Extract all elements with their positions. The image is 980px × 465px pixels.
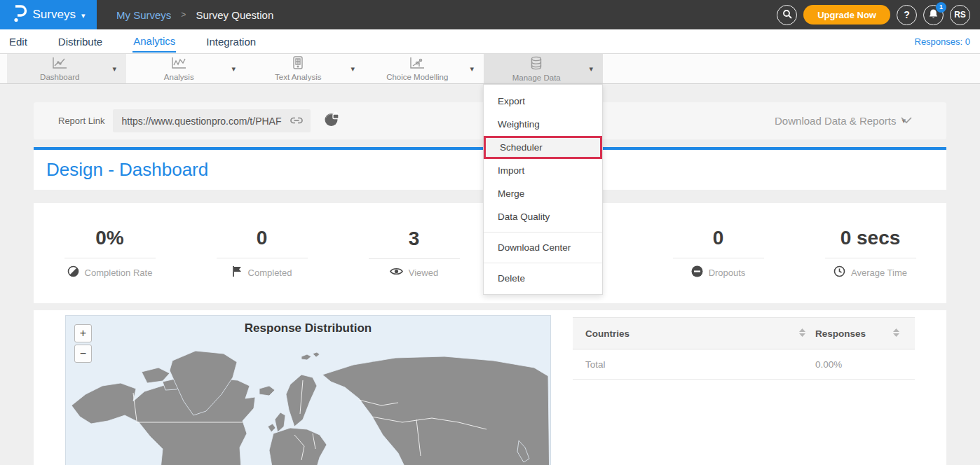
report-url-value[interactable]: https://www.questionpro.com/t/PHAF bbox=[121, 116, 290, 127]
map-title: Response Distribution bbox=[66, 321, 550, 335]
map-zoom-out-button[interactable]: − bbox=[74, 345, 92, 363]
minus-circle-icon bbox=[691, 265, 703, 280]
report-url-field[interactable]: https://www.questionpro.com/t/PHAF bbox=[113, 109, 311, 132]
chevron-down-icon[interactable]: ▾ bbox=[470, 64, 474, 74]
sort-icon[interactable] bbox=[893, 327, 899, 340]
menu-item-scheduler[interactable]: Scheduler bbox=[484, 136, 602, 159]
download-data-reports-dropdown[interactable]: Download Data & Reports ▾ bbox=[775, 115, 906, 127]
tab-analysis[interactable]: Analysis ▾ bbox=[126, 54, 245, 83]
tab-dashboard[interactable]: Dashboard ▾ bbox=[7, 54, 126, 83]
stat-dropouts: 0 Dropouts bbox=[642, 203, 794, 303]
divider bbox=[825, 258, 916, 258]
stat-label: Average Time bbox=[851, 268, 907, 278]
tab-label: Choice Modelling bbox=[386, 73, 448, 81]
database-icon bbox=[529, 56, 543, 73]
stat-value: 0 bbox=[713, 227, 724, 249]
row-responses: 0.00% bbox=[815, 359, 842, 370]
divider bbox=[673, 258, 764, 258]
world-map[interactable] bbox=[66, 316, 551, 465]
column-header-responses[interactable]: Responses bbox=[815, 328, 866, 339]
link-icon[interactable] bbox=[290, 115, 304, 127]
nav-item-distribute[interactable]: Distribute bbox=[57, 32, 103, 52]
distribution-section: Response Distribution + − bbox=[34, 310, 946, 465]
notification-count-badge: 1 bbox=[936, 2, 946, 13]
document-grid-icon bbox=[292, 56, 304, 72]
breadcrumb: My Surveys > Survey Question bbox=[116, 9, 273, 21]
report-link-label: Report Link bbox=[58, 116, 104, 126]
line-chart-icon bbox=[52, 57, 67, 72]
completion-rate-icon bbox=[67, 265, 79, 280]
scatter-chart-icon bbox=[409, 57, 425, 72]
chevron-down-icon[interactable]: ▾ bbox=[589, 64, 593, 74]
upgrade-now-button[interactable]: Upgrade Now bbox=[803, 5, 890, 25]
stat-value: 0 secs bbox=[841, 227, 901, 249]
sort-icon[interactable] bbox=[799, 327, 805, 340]
divider bbox=[369, 258, 460, 259]
stat-average-time: 0 secs Average Time bbox=[794, 203, 946, 303]
collapse-chevron-icon[interactable] bbox=[900, 114, 913, 127]
menu-item-export[interactable]: Export bbox=[484, 90, 602, 113]
stat-label: Dropouts bbox=[709, 268, 746, 278]
response-map-panel[interactable]: Response Distribution + − bbox=[65, 315, 551, 465]
stat-viewed: 3 Viewed bbox=[338, 203, 490, 303]
question-mark-icon: ? bbox=[904, 9, 910, 20]
tab-choice-modelling[interactable]: Choice Modelling ▾ bbox=[365, 54, 484, 83]
clock-icon bbox=[833, 265, 845, 280]
analytics-toolbar: Dashboard ▾ Analysis ▾ Text Analysis ▾ C… bbox=[0, 53, 980, 84]
search-button[interactable] bbox=[777, 5, 797, 25]
stat-value: 3 bbox=[409, 228, 420, 250]
breadcrumb-current: Survey Question bbox=[196, 9, 273, 21]
row-country: Total bbox=[585, 359, 606, 370]
breadcrumb-separator-icon: > bbox=[181, 10, 186, 20]
nav-item-edit[interactable]: Edit bbox=[8, 32, 28, 52]
avatar[interactable]: RS bbox=[950, 5, 970, 25]
topbar-actions: Upgrade Now ? 1 RS bbox=[777, 5, 980, 25]
stat-completion-rate: 0% Completion Rate bbox=[34, 203, 186, 303]
chevron-down-icon[interactable]: ▾ bbox=[231, 64, 236, 74]
flag-icon bbox=[232, 265, 243, 280]
table-header-row: Countries Responses bbox=[573, 317, 915, 349]
page-title: Design - Dashboard bbox=[46, 159, 208, 181]
responses-count: Responses: 0 bbox=[915, 36, 971, 47]
nav-item-integration[interactable]: Integration bbox=[205, 32, 257, 52]
tab-text-analysis[interactable]: Text Analysis ▾ bbox=[245, 54, 365, 83]
tab-label: Manage Data bbox=[512, 74, 561, 82]
stat-label: Completed bbox=[248, 268, 292, 278]
notifications-button[interactable]: 1 bbox=[923, 5, 944, 25]
avatar-initials: RS bbox=[954, 10, 966, 20]
map-zoom-in-button[interactable]: + bbox=[74, 324, 92, 342]
countries-table: Countries Responses Total 0.00% bbox=[573, 317, 915, 380]
menu-item-import[interactable]: Import bbox=[484, 159, 602, 182]
chevron-down-icon[interactable]: ▾ bbox=[351, 64, 355, 74]
menu-item-weighting[interactable]: Weighting bbox=[484, 113, 602, 136]
stat-value: 0 bbox=[257, 227, 268, 249]
menu-item-download-center[interactable]: Download Center bbox=[484, 236, 602, 259]
menu-item-delete[interactable]: Delete bbox=[484, 267, 602, 290]
divider bbox=[217, 258, 308, 258]
tab-label: Analysis bbox=[164, 73, 194, 81]
menu-item-merge[interactable]: Merge bbox=[484, 182, 602, 205]
stat-completed: 0 Completed bbox=[186, 203, 338, 303]
survey-nav: Edit Distribute Analytics Integration Re… bbox=[0, 29, 980, 53]
manage-data-menu: Export Weighting Scheduler Import Merge … bbox=[483, 84, 603, 295]
top-bar: Surveys ▾ My Surveys > Survey Question U… bbox=[0, 0, 980, 29]
product-name: Surveys bbox=[33, 8, 76, 22]
help-button[interactable]: ? bbox=[897, 5, 917, 25]
stat-label: Completion Rate bbox=[85, 268, 153, 278]
stat-value: 0% bbox=[95, 227, 123, 249]
menu-divider bbox=[484, 263, 602, 263]
menu-item-data-quality[interactable]: Data Quality bbox=[484, 205, 602, 228]
divider bbox=[64, 258, 156, 258]
breadcrumb-my-surveys[interactable]: My Surveys bbox=[116, 9, 171, 21]
analysis-chart-icon bbox=[171, 57, 186, 72]
chevron-down-icon: ▾ bbox=[81, 11, 86, 20]
tab-manage-data[interactable]: Manage Data ▾ bbox=[484, 54, 603, 83]
map-zoom-controls: + − bbox=[74, 324, 92, 363]
column-header-countries[interactable]: Countries bbox=[585, 328, 629, 339]
chevron-down-icon[interactable]: ▾ bbox=[112, 64, 116, 74]
privacy-globe-lock-icon[interactable] bbox=[323, 111, 341, 131]
nav-item-analytics[interactable]: Analytics bbox=[132, 31, 176, 53]
surveys-app-switcher[interactable]: Surveys ▾ bbox=[0, 0, 97, 29]
search-icon bbox=[782, 9, 792, 21]
menu-divider bbox=[484, 232, 602, 233]
